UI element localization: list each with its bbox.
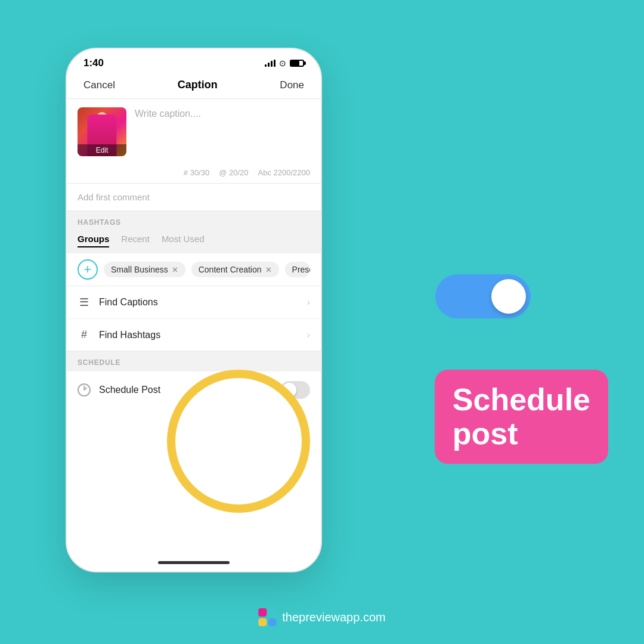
find-hashtags-label: Find Hashtags [99,330,299,340]
group-tag-partial[interactable]: Prese [285,262,310,277]
hashtag-tabs: Groups Recent Most Used [67,231,321,253]
list-icon: ☰ [78,296,91,309]
remove-small-business[interactable]: ✕ [172,265,178,274]
schedule-toggle[interactable] [280,381,310,399]
toggle-knob [282,383,296,397]
hashtag-counter: # 30/30 [184,168,209,177]
home-indicator [158,561,230,564]
group-tag-small-business[interactable]: Small Business ✕ [104,262,185,277]
signal-icon [265,60,275,67]
schedule-post-badge: Schedule post [435,370,608,464]
schedule-badge-line1: Schedule [453,383,590,417]
remove-content-creation[interactable]: ✕ [265,265,272,274]
caption-input[interactable]: Write caption.... [135,107,310,156]
add-group-button[interactable]: + [78,259,98,280]
group-tag-label: Small Business [111,265,168,274]
find-captions-label: Find Captions [99,297,299,308]
branding: thepreviewapp.com [258,608,385,626]
tab-groups[interactable]: Groups [78,231,109,247]
hash-icon: # [78,329,91,341]
hashtags-section-header: HASHTAGS [67,211,321,231]
scene: 1:40 ⊙ Cancel Caption [0,0,644,644]
mention-counter: @ 20/20 [219,168,248,177]
schedule-row: Schedule Post [67,371,321,408]
blue-toggle-large[interactable] [435,274,531,318]
chevron-right-icon: › [307,297,310,308]
find-hashtags-item[interactable]: # Find Hashtags › [67,319,321,351]
find-section: ☰ Find Captions › # Find Hashtags › [67,286,321,351]
chevron-right-icon-2: › [307,330,310,340]
done-button[interactable]: Done [280,79,304,91]
schedule-post-label: Schedule Post [99,385,272,395]
status-icons: ⊙ [265,58,304,68]
brand-url: thepreviewapp.com [282,611,385,624]
find-captions-item[interactable]: ☰ Find Captions › [67,286,321,319]
wifi-icon: ⊙ [279,58,286,68]
char-counter: Abc 2200/2200 [258,168,310,177]
phone-mockup: 1:40 ⊙ Cancel Caption [66,48,322,572]
schedule-section-header: SCHEDULE [67,351,321,371]
thumbnail-edit-label[interactable]: Edit [78,144,126,156]
group-tag-label: Content Creation [199,265,262,274]
group-tag-content-creation[interactable]: Content Creation ✕ [191,262,279,277]
caption-area: Edit Write caption.... [67,99,321,165]
status-time: 1:40 [83,57,104,69]
tab-most-used[interactable]: Most Used [162,231,205,247]
brand-icon [258,608,276,626]
first-comment-input[interactable]: Add first comment [67,184,321,211]
nav-bar: Cancel Caption Done [67,74,321,99]
nav-title: Caption [178,79,218,91]
clock-icon [78,383,91,397]
groups-row: + Small Business ✕ Content Creation ✕ Pr… [67,253,321,286]
status-bar: 1:40 ⊙ [67,49,321,74]
cancel-button[interactable]: Cancel [83,79,115,91]
tab-recent[interactable]: Recent [121,231,150,247]
schedule-badge-line2: post [453,417,590,451]
post-thumbnail[interactable]: Edit [78,107,126,156]
battery-icon [290,60,304,67]
blue-toggle-knob [491,279,526,314]
counter-bar: # 30/30 @ 20/20 Abc 2200/2200 [67,165,321,184]
